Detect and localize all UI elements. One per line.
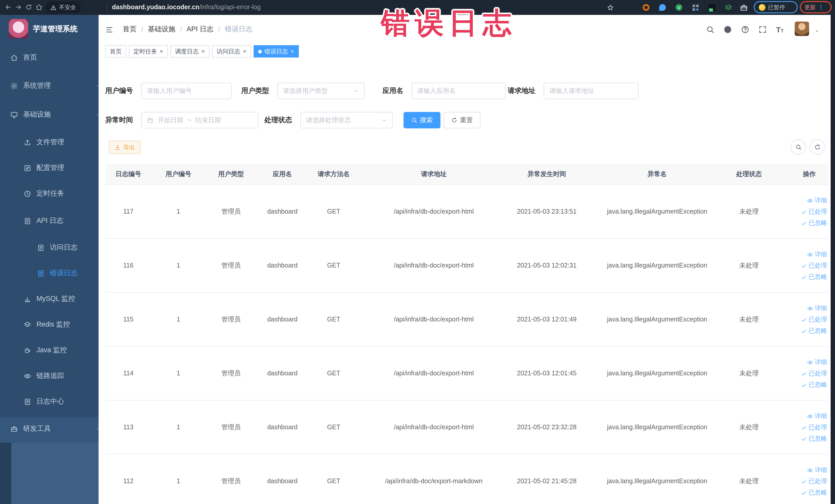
sidebar-item-label: 研发工具 [23, 424, 51, 434]
font-size-icon[interactable]: TT [774, 24, 786, 35]
tag-item[interactable]: 调度日志× [170, 45, 209, 58]
refresh-table-button[interactable] [810, 139, 825, 155]
detail-action[interactable]: 详细 [807, 250, 827, 259]
sidebar-item[interactable]: 系统管理 [0, 73, 99, 99]
puzzle-extensions-icon[interactable] [739, 3, 748, 12]
extension-icon[interactable] [658, 3, 667, 12]
status-action[interactable]: 已忽略 [801, 488, 827, 497]
log-icon [37, 269, 45, 277]
extension-icon[interactable]: V [675, 3, 683, 12]
status-action[interactable]: 已处理 [801, 315, 827, 324]
home-icon[interactable] [34, 3, 44, 12]
detail-action[interactable]: 详细 [807, 196, 827, 205]
security-chip[interactable]: 不安全 [45, 2, 81, 13]
profile-paused-pill[interactable]: 已暂停 [754, 1, 798, 13]
date-range-picker[interactable]: 开始日期 ~ 结束日期 [141, 112, 258, 128]
github-icon[interactable] [722, 24, 733, 35]
bookmark-star-icon[interactable] [606, 3, 614, 12]
sidebar-item[interactable]: 链路追踪 [0, 363, 99, 389]
tag-item[interactable]: 访问日志× [212, 45, 251, 58]
user-type-select[interactable]: 请选择用户类型 [277, 83, 365, 99]
fullscreen-icon[interactable] [757, 24, 768, 35]
tag-item[interactable]: 定时任务× [129, 45, 168, 58]
status-action[interactable]: 已处理 [801, 423, 827, 431]
column-header: 异常名 [585, 170, 729, 178]
breadcrumb-item[interactable]: 首页 [123, 25, 137, 34]
cell-status: 未处理 [729, 315, 769, 324]
app-name-input[interactable] [411, 83, 505, 99]
chrome-update-button[interactable]: 更新 [800, 1, 832, 13]
end-date-placeholder: 结束日期 [195, 116, 221, 124]
breadcrumb-item[interactable]: 基础设施 [148, 25, 176, 34]
status-action[interactable]: 已处理 [801, 261, 827, 270]
breadcrumb-item[interactable]: API 日志 [187, 25, 213, 34]
status-action[interactable]: 已忽略 [801, 273, 827, 281]
sidebar-item[interactable]: Redis 监控 [0, 312, 99, 337]
sidebar-item[interactable]: 配置管理 [0, 155, 99, 181]
reload-icon[interactable] [24, 3, 33, 12]
cell-user_type: 管理员 [205, 369, 257, 378]
detail-action[interactable]: 详细 [807, 304, 827, 313]
extension-icon[interactable] [708, 3, 716, 12]
close-icon[interactable]: × [290, 48, 294, 55]
cell-url: /api/infra/db-doc/export-markdown [359, 478, 508, 485]
sidebar-item[interactable]: Java 监控 [0, 337, 99, 363]
back-icon[interactable] [4, 3, 13, 12]
app-logo-row[interactable]: 芋道管理系统 [0, 19, 99, 39]
detail-action[interactable]: 详细 [807, 465, 827, 474]
row-actions: 详细已处理已忽略 [769, 196, 828, 227]
profile-avatar-icon [759, 4, 766, 11]
sidebar-item[interactable]: 错误日志 [0, 260, 99, 286]
sidebar-item[interactable]: 首页 [0, 45, 99, 70]
close-icon[interactable]: × [243, 48, 246, 55]
request-url-input[interactable] [544, 83, 639, 99]
user-id-input[interactable] [141, 83, 231, 99]
help-icon[interactable] [739, 24, 751, 35]
extension-icon[interactable] [691, 3, 700, 12]
status-action[interactable]: 已处理 [801, 477, 827, 485]
close-icon[interactable]: × [160, 48, 163, 55]
reset-button[interactable]: 重置 [444, 112, 481, 128]
hamburger-icon[interactable] [105, 25, 116, 34]
extension-icon[interactable] [642, 3, 650, 12]
table-row: 1121管理员dashboardGET/api/infra/db-doc/exp… [105, 455, 828, 504]
extension-icon[interactable] [724, 3, 733, 12]
process-status-select[interactable]: 请选择处理状态 [300, 112, 393, 128]
export-button-label: 导出 [123, 143, 135, 151]
status-action[interactable]: 已忽略 [801, 380, 827, 389]
url-bar[interactable]: dashboard.yudao.iocoder.cn/infra/log/api… [112, 4, 261, 11]
export-button[interactable]: 导出 [109, 141, 141, 154]
sidebar-item[interactable]: 研发工具 [0, 416, 99, 442]
sidebar-item[interactable]: 文件管理 [0, 129, 99, 155]
sidebar-item[interactable]: 基础设施 [0, 102, 99, 127]
tag-item[interactable]: 首页 [105, 45, 126, 58]
url-host: dashboard.yudao.iocoder.cn [112, 4, 199, 11]
caret-down-icon[interactable] [814, 26, 820, 36]
detail-action[interactable]: 详细 [807, 411, 827, 420]
sidebar-item[interactable]: API 日志 [0, 208, 99, 234]
sidebar-item[interactable]: MySQL 监控 [0, 286, 99, 312]
tag-label: 访问日志 [217, 47, 240, 55]
check-icon [801, 208, 807, 215]
sidebar-item[interactable]: 定时任务 [0, 181, 99, 206]
filter-label: 请求地址 [508, 86, 535, 96]
search-button[interactable]: 搜索 [404, 112, 441, 128]
cell-user_id: 1 [151, 316, 205, 323]
detail-action[interactable]: 详细 [807, 358, 827, 366]
kebab-menu-icon[interactable] [818, 4, 824, 10]
status-action[interactable]: 已忽略 [801, 326, 827, 335]
breadcrumb-item: 错误日志 [225, 25, 252, 34]
user-avatar[interactable] [795, 22, 809, 36]
forward-icon[interactable] [14, 3, 23, 12]
status-action[interactable]: 已处理 [801, 369, 827, 378]
column-header: 异常发生时间 [508, 170, 585, 178]
search-icon[interactable] [704, 24, 716, 35]
status-action[interactable]: 已忽略 [801, 219, 827, 227]
status-action[interactable]: 已处理 [801, 207, 827, 216]
tag-item[interactable]: 错误日志× [253, 45, 299, 58]
close-icon[interactable]: × [201, 48, 205, 55]
sidebar-item[interactable]: 日志中心 [0, 389, 99, 415]
status-action[interactable]: 已忽略 [801, 434, 827, 443]
toggle-search-button[interactable] [791, 139, 806, 155]
sidebar-item[interactable]: 访问日志 [0, 235, 99, 260]
